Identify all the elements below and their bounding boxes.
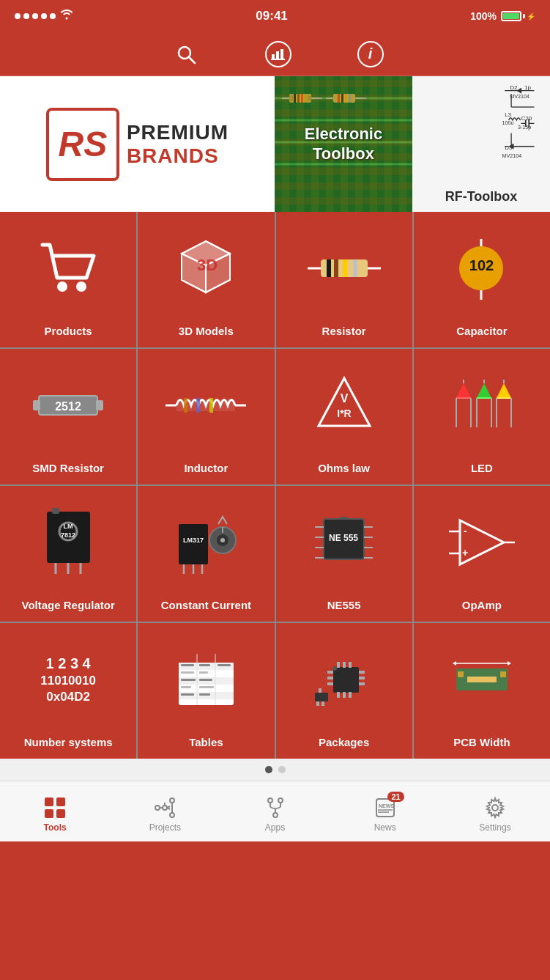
signal-dot-2	[23, 13, 29, 19]
grid-item-tables[interactable]: Tables	[138, 623, 274, 759]
electronic-toolbox-banner[interactable]: ElectronicToolbox	[275, 76, 412, 212]
svg-point-185	[170, 798, 174, 803]
banner-right: ElectronicToolbox D2 MV2104 L3 100u C20 …	[275, 76, 550, 212]
tab-news[interactable]: NEWS 21 News	[330, 781, 440, 841]
svg-rect-160	[343, 692, 346, 698]
svg-rect-155	[333, 667, 359, 693]
svg-rect-183	[56, 809, 65, 818]
svg-rect-171	[322, 701, 324, 706]
smd-resistor-icon: 2512	[31, 387, 105, 424]
capacitor-icon-area: 102	[414, 212, 550, 325]
svg-point-54	[76, 281, 86, 292]
pcb-width-icon	[449, 657, 515, 701]
svg-rect-147	[181, 671, 194, 674]
grid-item-inductor[interactable]: Inductor	[138, 349, 274, 485]
svg-rect-166	[359, 677, 365, 679]
number-systems-icon-area: 1 2 3 4 11010010 0x04D2	[0, 623, 136, 736]
brands-text: BRANDS	[127, 144, 228, 168]
svg-text:1p: 1p	[524, 84, 531, 91]
premium-brands-text: PREMIUM BRANDS	[127, 121, 228, 168]
info-button[interactable]: i	[357, 41, 384, 67]
svg-point-116	[220, 538, 225, 542]
pagination-dot-2[interactable]	[278, 766, 286, 773]
constant-current-label: Constant Current	[157, 599, 255, 611]
grid-item-capacitor[interactable]: 102 Capacitor	[414, 212, 550, 347]
svg-rect-167	[359, 682, 365, 685]
status-time: 09:41	[256, 9, 287, 23]
grid-item-ohms-law[interactable]: V I*R Ohms law	[276, 349, 412, 485]
led-icon-area	[414, 349, 550, 462]
tables-label: Tables	[185, 736, 226, 748]
gear-icon	[484, 797, 506, 819]
svg-text:100u: 100u	[502, 120, 514, 126]
svg-marker-90	[477, 383, 491, 398]
svg-rect-148	[199, 671, 208, 674]
ohms-law-icon-area: V I*R	[276, 349, 412, 462]
grid-item-products[interactable]: Products	[0, 212, 136, 347]
grid-item-packages[interactable]: Packages	[276, 623, 412, 759]
svg-rect-157	[343, 662, 346, 668]
grid-icon	[44, 797, 66, 819]
grid-item-ne555[interactable]: NE 555 NE555	[276, 486, 412, 622]
svg-rect-179	[500, 671, 506, 677]
grid-item-smd-resistor[interactable]: 2512 SMD Resistor	[0, 349, 136, 485]
resistor-icon-area	[276, 212, 412, 325]
chart-button[interactable]	[265, 41, 291, 67]
svg-text:C20: C20	[521, 115, 532, 122]
grid-item-led[interactable]: LED	[414, 349, 550, 485]
svg-rect-78	[184, 398, 187, 413]
products-icon-area	[0, 212, 136, 325]
signal-dot-5	[50, 13, 56, 19]
banner-rs-premium[interactable]: RS PREMIUM BRANDS	[0, 76, 275, 212]
svg-text:MV2104: MV2104	[502, 153, 522, 159]
tab-projects[interactable]: Projects	[110, 781, 220, 841]
products-label: Products	[41, 325, 96, 337]
svg-rect-150	[199, 679, 212, 681]
svg-rect-22	[305, 94, 307, 103]
svg-rect-170	[316, 701, 319, 706]
svg-rect-144	[181, 664, 194, 666]
grid-item-number-systems[interactable]: 1 2 3 4 11010010 0x04D2 Number systems	[0, 623, 136, 759]
svg-marker-177	[508, 661, 511, 666]
svg-text:V: V	[340, 392, 348, 405]
search-button[interactable]	[173, 41, 199, 67]
grid-item-resistor[interactable]: Resistor	[276, 212, 412, 347]
grid-item-opamp[interactable]: - + OpAmp	[414, 486, 550, 622]
tab-bar: Tools Projects	[0, 781, 550, 841]
svg-rect-158	[349, 662, 352, 668]
svg-rect-13	[308, 95, 311, 101]
tab-tools[interactable]: Tools	[0, 781, 110, 841]
pagination-dot-1[interactable]	[265, 766, 272, 773]
svg-rect-26	[349, 94, 351, 103]
ohms-law-label: Ohms law	[314, 462, 374, 474]
news-tab-label: News	[374, 822, 396, 833]
svg-rect-165	[359, 671, 365, 674]
inductor-icon-area	[138, 349, 274, 462]
tab-settings[interactable]: Settings	[440, 781, 550, 841]
svg-text:-: -	[464, 525, 467, 537]
grid-item-voltage-regulator[interactable]: LM 7812 Voltage Regulator	[0, 486, 136, 622]
capacitor-icon: 102	[454, 235, 509, 301]
svg-point-186	[170, 813, 174, 817]
packages-icon-area	[276, 623, 412, 736]
svg-text:7812: 7812	[61, 531, 75, 539]
svg-rect-134	[179, 654, 197, 663]
svg-rect-169	[315, 693, 328, 701]
ohms-law-icon: V I*R	[315, 375, 374, 437]
apps-tab-icon	[264, 796, 287, 819]
svg-rect-162	[327, 671, 333, 674]
tab-apps[interactable]: Apps	[220, 781, 330, 841]
grid-item-pcb-width[interactable]: PCB Width	[414, 623, 550, 759]
projects-tab-icon	[153, 796, 176, 819]
grid-item-3d-models[interactable]: 3D 3D Models	[138, 212, 274, 347]
rf-toolbox-banner[interactable]: D2 MV2104 L3 100u C20 3-15p D3 MV2104	[412, 76, 550, 212]
charging-bolt: ⚡	[527, 12, 535, 21]
svg-marker-95	[497, 383, 511, 398]
svg-rect-66	[353, 259, 357, 277]
circuit-icon	[154, 797, 176, 819]
svg-rect-20	[297, 94, 300, 103]
status-right: 100% ⚡	[470, 10, 535, 22]
grid-item-constant-current[interactable]: LM317 Constant Current	[138, 486, 274, 622]
resistor-label: Resistor	[319, 325, 370, 337]
number-systems-display: 1 2 3 4 11010010 0x04D2	[40, 654, 96, 705]
